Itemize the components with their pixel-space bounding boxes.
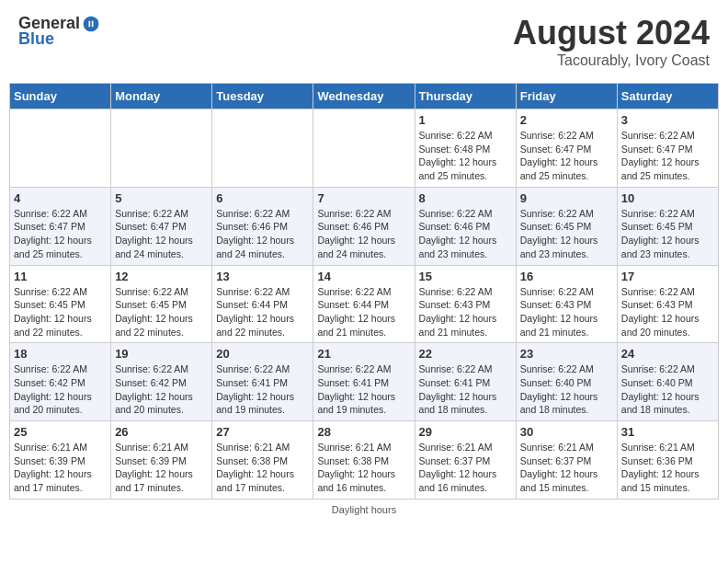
day-info: Sunrise: 6:22 AMSunset: 6:40 PMDaylight:… [520,362,613,417]
day-number: 19 [115,347,208,361]
subtitle: Tacourably, Ivory Coast [513,52,710,69]
day-info: Sunrise: 6:22 AMSunset: 6:44 PMDaylight:… [216,285,309,339]
table-row: 27Sunrise: 6:21 AMSunset: 6:38 PMDayligh… [212,421,313,500]
logo-text-blue: Blue [18,29,54,49]
calendar-header-row: Sunday Monday Tuesday Wednesday Thursday… [10,84,719,109]
day-number: 7 [317,191,410,205]
day-number: 5 [115,191,208,205]
table-row: 10Sunrise: 6:22 AMSunset: 6:45 PMDayligh… [617,187,718,265]
day-info: Sunrise: 6:22 AMSunset: 6:45 PMDaylight:… [520,207,613,261]
table-row: 24Sunrise: 6:22 AMSunset: 6:40 PMDayligh… [617,343,718,421]
logo-icon [82,15,100,33]
day-number: 6 [216,191,309,205]
table-row: 29Sunrise: 6:21 AMSunset: 6:37 PMDayligh… [415,421,516,500]
day-info: Sunrise: 6:21 AMSunset: 6:36 PMDaylight:… [621,441,714,495]
day-number: 14 [317,270,410,283]
table-row: 5Sunrise: 6:22 AMSunset: 6:47 PMDaylight… [111,187,212,265]
day-number: 20 [216,347,309,361]
header: General Blue August 2024 Tacourably, Ivo… [9,9,719,74]
day-info: Sunrise: 6:22 AMSunset: 6:46 PMDaylight:… [317,207,410,261]
day-number: 22 [419,347,512,361]
table-row: 18Sunrise: 6:22 AMSunset: 6:42 PMDayligh… [10,343,111,421]
day-info: Sunrise: 6:22 AMSunset: 6:47 PMDaylight:… [520,129,613,183]
day-number: 15 [419,270,512,283]
table-row: 14Sunrise: 6:22 AMSunset: 6:44 PMDayligh… [313,265,415,343]
table-row: 28Sunrise: 6:21 AMSunset: 6:38 PMDayligh… [313,421,415,500]
table-row: 23Sunrise: 6:22 AMSunset: 6:40 PMDayligh… [516,343,617,421]
day-number: 4 [14,191,107,205]
col-monday: Monday [111,84,212,109]
table-row: 26Sunrise: 6:21 AMSunset: 6:39 PMDayligh… [111,421,212,500]
day-info: Sunrise: 6:22 AMSunset: 6:45 PMDaylight:… [621,207,714,261]
day-number: 21 [317,347,410,361]
day-number: 23 [520,347,613,361]
table-row [111,109,212,188]
table-row: 30Sunrise: 6:21 AMSunset: 6:37 PMDayligh… [516,421,617,500]
table-row: 21Sunrise: 6:22 AMSunset: 6:41 PMDayligh… [313,343,415,421]
table-row: 22Sunrise: 6:22 AMSunset: 6:41 PMDayligh… [415,343,516,421]
day-info: Sunrise: 6:22 AMSunset: 6:40 PMDaylight:… [621,362,714,417]
week-row-3: 11Sunrise: 6:22 AMSunset: 6:45 PMDayligh… [10,265,719,343]
day-number: 31 [621,425,714,439]
day-number: 10 [621,191,714,205]
day-number: 28 [317,425,410,439]
table-row: 15Sunrise: 6:22 AMSunset: 6:43 PMDayligh… [415,265,516,343]
table-row: 8Sunrise: 6:22 AMSunset: 6:46 PMDaylight… [415,187,516,265]
table-row: 12Sunrise: 6:22 AMSunset: 6:45 PMDayligh… [111,265,212,343]
day-info: Sunrise: 6:22 AMSunset: 6:43 PMDaylight:… [419,285,512,339]
day-info: Sunrise: 6:22 AMSunset: 6:47 PMDaylight:… [115,207,208,261]
table-row: 9Sunrise: 6:22 AMSunset: 6:45 PMDaylight… [516,187,617,265]
day-info: Sunrise: 6:22 AMSunset: 6:42 PMDaylight:… [115,362,208,417]
day-info: Sunrise: 6:21 AMSunset: 6:38 PMDaylight:… [216,441,309,495]
week-row-1: 1Sunrise: 6:22 AMSunset: 6:48 PMDaylight… [10,109,719,188]
table-row: 25Sunrise: 6:21 AMSunset: 6:39 PMDayligh… [10,421,111,500]
svg-marker-0 [96,17,98,20]
day-number: 13 [216,270,309,283]
day-number: 25 [14,425,107,439]
table-row [10,109,111,188]
calendar-table: Sunday Monday Tuesday Wednesday Thursday… [9,83,719,500]
table-row: 17Sunrise: 6:22 AMSunset: 6:43 PMDayligh… [617,265,718,343]
table-row: 7Sunrise: 6:22 AMSunset: 6:46 PMDaylight… [313,187,415,265]
col-wednesday: Wednesday [313,84,415,109]
col-friday: Friday [516,84,617,109]
day-info: Sunrise: 6:22 AMSunset: 6:43 PMDaylight:… [621,285,714,339]
col-saturday: Saturday [617,84,718,109]
day-info: Sunrise: 6:22 AMSunset: 6:41 PMDaylight:… [317,362,410,417]
day-info: Sunrise: 6:21 AMSunset: 6:39 PMDaylight:… [115,441,208,495]
day-info: Sunrise: 6:21 AMSunset: 6:38 PMDaylight:… [317,441,410,495]
table-row [212,109,313,188]
footer: Daylight hours [9,504,719,515]
footer-text: Daylight hours [332,504,396,515]
day-number: 11 [14,270,107,283]
day-number: 9 [520,191,613,205]
day-number: 1 [419,113,512,127]
day-number: 29 [419,425,512,439]
day-info: Sunrise: 6:22 AMSunset: 6:43 PMDaylight:… [520,285,613,339]
table-row: 11Sunrise: 6:22 AMSunset: 6:45 PMDayligh… [10,265,111,343]
day-number: 30 [520,425,613,439]
day-number: 17 [621,270,714,283]
col-tuesday: Tuesday [212,84,313,109]
col-thursday: Thursday [415,84,516,109]
table-row: 13Sunrise: 6:22 AMSunset: 6:44 PMDayligh… [212,265,313,343]
table-row [313,109,415,188]
day-number: 3 [621,113,714,127]
day-info: Sunrise: 6:22 AMSunset: 6:46 PMDaylight:… [216,207,309,261]
day-info: Sunrise: 6:22 AMSunset: 6:47 PMDaylight:… [621,129,714,183]
day-info: Sunrise: 6:22 AMSunset: 6:47 PMDaylight:… [14,207,107,261]
col-sunday: Sunday [10,84,111,109]
table-row: 16Sunrise: 6:22 AMSunset: 6:43 PMDayligh… [516,265,617,343]
table-row: 1Sunrise: 6:22 AMSunset: 6:48 PMDaylight… [415,109,516,188]
day-info: Sunrise: 6:21 AMSunset: 6:39 PMDaylight:… [14,441,107,495]
day-number: 16 [520,270,613,283]
main-title: August 2024 [513,14,710,52]
week-row-5: 25Sunrise: 6:21 AMSunset: 6:39 PMDayligh… [10,421,719,500]
day-number: 27 [216,425,309,439]
day-info: Sunrise: 6:22 AMSunset: 6:45 PMDaylight:… [14,285,107,339]
day-number: 26 [115,425,208,439]
day-info: Sunrise: 6:22 AMSunset: 6:44 PMDaylight:… [317,285,410,339]
day-info: Sunrise: 6:22 AMSunset: 6:41 PMDaylight:… [216,362,309,417]
day-number: 2 [520,113,613,127]
day-info: Sunrise: 6:22 AMSunset: 6:48 PMDaylight:… [419,129,512,183]
